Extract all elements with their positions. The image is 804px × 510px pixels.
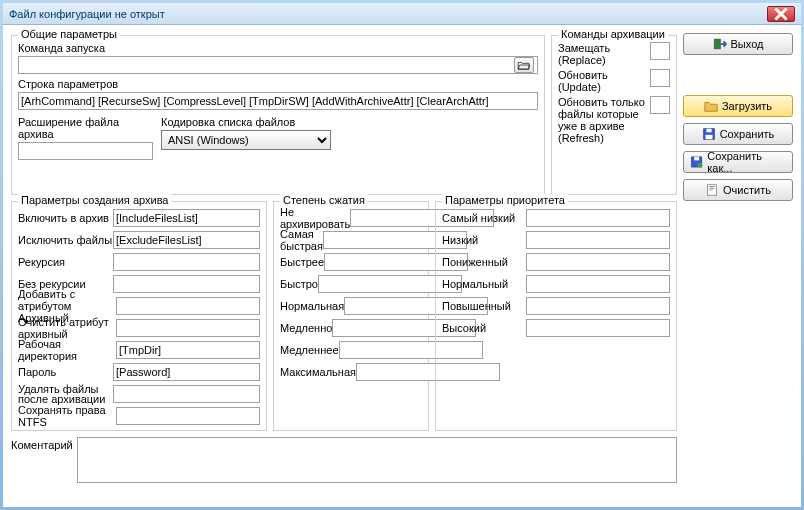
create-param-input[interactable]: [113, 385, 260, 403]
compression-label: Не архивировать: [280, 206, 350, 230]
compression-label: Быстро: [280, 278, 318, 290]
compression-label: Самая быстрая: [280, 228, 323, 252]
priority-label: Пониженный: [442, 256, 526, 268]
svg-rect-5: [694, 157, 699, 160]
priority-input[interactable]: [526, 297, 670, 315]
create-param-label: Исключить файлы: [18, 234, 113, 246]
exit-icon: [713, 37, 727, 51]
load-button[interactable]: Загрузить: [683, 95, 793, 117]
create-param-input[interactable]: [113, 231, 260, 249]
compression-row: Медленнее: [280, 340, 422, 360]
launch-cmd-label: Команда запуска: [18, 42, 538, 54]
create-param-label: Удалять файлы после архивации: [18, 384, 113, 404]
priority-label: Высокий: [442, 322, 526, 334]
archive-cmd-input[interactable]: [650, 42, 670, 60]
compression-label: Медленно: [280, 322, 332, 334]
group-create-params: Параметры создания архива Включить в арх…: [11, 201, 267, 431]
floppy-icon: [702, 127, 716, 141]
browse-button[interactable]: [514, 57, 534, 73]
archive-cmd-input[interactable]: [650, 96, 670, 114]
create-param-input[interactable]: [116, 319, 260, 337]
create-param-input[interactable]: [116, 407, 260, 425]
priority-row: Повышенный: [442, 296, 670, 316]
group-general-legend: Общие параметры: [18, 28, 120, 40]
priority-input[interactable]: [526, 275, 670, 293]
group-archive-cmds-legend: Команды архивации: [558, 28, 668, 40]
close-icon: [774, 7, 788, 21]
group-general: Общие параметры Команда запуска Строка п…: [11, 35, 545, 195]
priority-label: Нормальный: [442, 278, 526, 290]
group-create-params-legend: Параметры создания архива: [18, 194, 171, 206]
folder-open-icon: [517, 60, 531, 70]
priority-label: Повышенный: [442, 300, 526, 312]
create-param-input[interactable]: [113, 209, 260, 227]
svg-rect-0: [713, 39, 720, 50]
priority-label: Самый низкий: [442, 212, 526, 224]
exit-button[interactable]: Выход: [683, 33, 793, 55]
close-button[interactable]: [767, 6, 795, 22]
compression-row: Быстрее: [280, 252, 422, 272]
create-param-row: Удалять файлы после архивации: [18, 384, 260, 404]
encoding-select[interactable]: ANSI (Windows): [161, 130, 331, 150]
sidebar-buttons: Выход Загрузить Сохранить Сохранить как.…: [683, 33, 793, 201]
titlebar: Файл конфигурации не открыт: [3, 3, 801, 25]
ext-input[interactable]: [18, 142, 153, 160]
create-param-input[interactable]: [116, 341, 260, 359]
compression-row: Максимальная: [280, 362, 422, 382]
save-button[interactable]: Сохранить: [683, 123, 793, 145]
create-param-input[interactable]: [116, 297, 260, 315]
priority-row: Нормальный: [442, 274, 670, 294]
launch-cmd-input[interactable]: [18, 56, 538, 74]
comment-input[interactable]: [77, 437, 677, 483]
priority-input[interactable]: [526, 231, 670, 249]
svg-point-6: [697, 163, 702, 168]
params-input[interactable]: [18, 92, 538, 110]
priority-row: Высокий: [442, 318, 670, 338]
create-param-row: Пароль: [18, 362, 260, 382]
create-param-row: Рекурсия: [18, 252, 260, 272]
compression-row: Медленно: [280, 318, 422, 338]
create-param-row: Очистить атрибут архивный: [18, 318, 260, 338]
compression-row: Нормальная: [280, 296, 422, 316]
create-param-input[interactable]: [113, 253, 260, 271]
archive-cmd-label: Обновить (Update): [558, 69, 650, 93]
create-param-label: Пароль: [18, 366, 113, 378]
priority-input[interactable]: [526, 319, 670, 337]
create-param-row: Добавить с атрибутом Архивный: [18, 296, 260, 316]
group-priority: Параметры приоритета Самый низкийНизкийП…: [435, 201, 677, 431]
archive-cmd-input[interactable]: [650, 69, 670, 87]
archive-cmd-label: Замещать (Replace): [558, 42, 650, 66]
create-param-row: Рабочая директория: [18, 340, 260, 360]
compression-row: Не архивировать: [280, 208, 422, 228]
create-param-label: Рекурсия: [18, 256, 113, 268]
create-param-row: Включить в архив: [18, 208, 260, 228]
encoding-label: Кодировка списка файлов: [161, 116, 331, 128]
window-body: Общие параметры Команда запуска Строка п…: [11, 31, 793, 499]
compression-label: Быстрее: [280, 256, 324, 268]
clear-button[interactable]: Очистить: [683, 179, 793, 201]
comment-area: Коментарий: [11, 437, 677, 485]
group-priority-legend: Параметры приоритета: [442, 194, 568, 206]
svg-rect-3: [705, 135, 712, 139]
create-param-label: Сохранять права NTFS: [18, 404, 116, 428]
create-param-label: Очистить атрибут архивный: [18, 316, 116, 340]
priority-input[interactable]: [526, 209, 670, 227]
priority-row: Самый низкий: [442, 208, 670, 228]
comment-label: Коментарий: [11, 437, 73, 485]
create-param-row: Сохранять права NTFS: [18, 406, 260, 426]
create-param-input[interactable]: [113, 275, 260, 293]
compression-label: Медленнее: [280, 344, 339, 356]
create-param-label: Включить в архив: [18, 212, 113, 224]
folder-icon: [704, 99, 718, 113]
create-param-row: Исключить файлы: [18, 230, 260, 250]
floppy-as-icon: [690, 155, 703, 169]
priority-input[interactable]: [526, 253, 670, 271]
save-as-button[interactable]: Сохранить как...: [683, 151, 793, 173]
archive-cmd-label: Обновить только файлы которые уже в архи…: [558, 96, 650, 144]
create-param-label: Рабочая директория: [18, 338, 116, 362]
archive-cmd-row: Замещать (Replace): [558, 42, 670, 66]
priority-row: Низкий: [442, 230, 670, 250]
ext-label: Расширение файла архива: [18, 116, 153, 140]
create-param-input[interactable]: [113, 363, 260, 381]
priority-row: Пониженный: [442, 252, 670, 272]
